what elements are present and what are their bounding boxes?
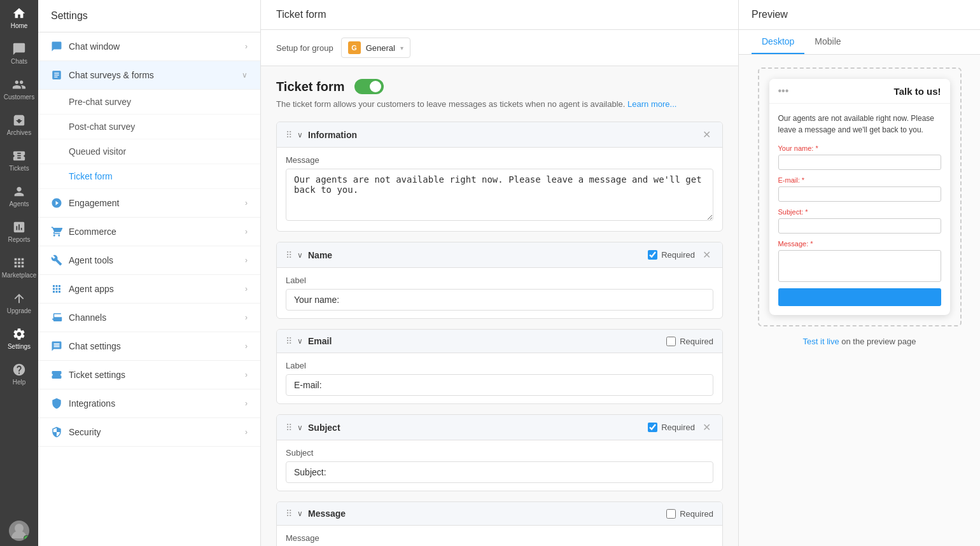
- menu-item-chat-window[interactable]: Chat window ›: [38, 32, 260, 61]
- nav-home[interactable]: Home: [0, 0, 38, 36]
- user-avatar[interactable]: [9, 521, 29, 541]
- nav-agents[interactable]: Agents: [0, 178, 38, 214]
- nav-customers[interactable]: Customers: [0, 71, 38, 107]
- menu-item-chat-settings[interactable]: Chat settings ›: [38, 332, 260, 361]
- nav-help[interactable]: Help: [0, 356, 38, 392]
- section-name-header: ⠿ ∨ Name Required ✕: [277, 242, 722, 268]
- nav-reports[interactable]: Reports: [0, 214, 38, 249]
- menu-label-ecommerce: Ecommerce: [69, 227, 245, 237]
- sub-item-post-chat[interactable]: Post-chat survey: [38, 115, 260, 139]
- widget-label-subject: Subject: *: [778, 208, 941, 216]
- menu-label-integrations: Integrations: [69, 398, 245, 409]
- widget-dots-icon: •••: [778, 85, 789, 97]
- nav-tickets[interactable]: Tickets: [0, 143, 38, 178]
- section-email-header: ⠿ ∨ Email Required: [277, 330, 722, 353]
- menu-item-channels[interactable]: Channels ›: [38, 304, 260, 332]
- tab-mobile[interactable]: Mobile: [804, 30, 851, 54]
- widget-field-subject: Subject: *: [778, 208, 941, 234]
- drag-handle-icon[interactable]: ⠿: [286, 508, 292, 519]
- ticket-form-toggle[interactable]: [354, 79, 384, 94]
- section-subject-header: ⠿ ∨ Subject Required ✕: [277, 415, 722, 440]
- menu-item-engagement[interactable]: Engagement ›: [38, 189, 260, 218]
- widget-title: Talk to us!: [794, 86, 941, 97]
- ticket-description: The ticket form allows your customers to…: [276, 99, 723, 109]
- email-field-input[interactable]: [286, 374, 713, 396]
- widget-field-your-name: Your name: *: [778, 144, 941, 170]
- group-dropdown-arrow: ▾: [400, 45, 403, 52]
- section-information-header: ⠿ ∨ Information ✕: [277, 122, 722, 148]
- learn-more-link[interactable]: Learn more...: [627, 99, 676, 109]
- collapse-icon[interactable]: ∨: [297, 337, 303, 346]
- chat-widget: ••• Talk to us! Our agents are not avail…: [769, 79, 950, 315]
- close-section-button[interactable]: ✕: [700, 421, 713, 433]
- sub-item-pre-chat[interactable]: Pre-chat survey: [38, 90, 260, 115]
- tab-desktop[interactable]: Desktop: [752, 30, 804, 54]
- preview-panel: Preview Desktop Mobile ••• Talk to us! O…: [738, 0, 980, 546]
- main-content: Ticket form Setup for group G General ▾ …: [261, 0, 738, 546]
- subject-field-input[interactable]: [286, 461, 713, 483]
- widget-submit-button[interactable]: [778, 288, 941, 306]
- menu-item-ecommerce[interactable]: Ecommerce ›: [38, 218, 260, 246]
- nav-settings[interactable]: Settings: [0, 321, 38, 356]
- test-live-suffix: on the preview page: [841, 337, 916, 346]
- menu-item-surveys[interactable]: Chat surveys & forms ∨: [38, 61, 260, 90]
- chevron-right-icon: ›: [245, 42, 248, 51]
- drag-handle-icon[interactable]: ⠿: [286, 336, 292, 346]
- widget-input-subject[interactable]: [778, 218, 941, 234]
- collapse-icon[interactable]: ∨: [297, 423, 303, 432]
- nav-settings-label: Settings: [8, 343, 31, 350]
- required-checkbox-name[interactable]: [648, 250, 657, 260]
- nav-marketplace[interactable]: Marketplace: [0, 249, 38, 285]
- nav-archives[interactable]: Archives: [0, 107, 38, 143]
- settings-menu: Chat window › Chat surveys & forms ∨ Pre…: [38, 32, 260, 546]
- required-checkbox-subject[interactable]: [648, 423, 657, 432]
- preview-tabs: Desktop Mobile: [739, 30, 980, 55]
- ticket-form-header: Ticket form: [276, 79, 723, 94]
- form-area: Ticket form The ticket form allows your …: [261, 66, 738, 546]
- description-text: The ticket form allows your customers to…: [276, 99, 625, 109]
- nav-archives-label: Archives: [7, 129, 31, 136]
- group-name: General: [366, 43, 395, 53]
- widget-input-email[interactable]: [778, 186, 941, 202]
- section-name-body: Label: [277, 268, 722, 318]
- drag-handle-icon[interactable]: ⠿: [286, 130, 292, 140]
- nav-chats-label: Chats: [11, 58, 27, 65]
- widget-message-text: Our agents are not available right now. …: [778, 113, 941, 136]
- menu-item-agent-apps[interactable]: Agent apps ›: [38, 275, 260, 304]
- drag-handle-icon[interactable]: ⠿: [286, 423, 292, 433]
- required-checkbox-message[interactable]: [666, 509, 676, 519]
- group-select-dropdown[interactable]: G General ▾: [341, 38, 410, 58]
- settings-title: Settings: [51, 10, 88, 21]
- nav-chats[interactable]: Chats: [0, 36, 38, 71]
- collapse-icon[interactable]: ∨: [297, 130, 303, 139]
- required-checkbox-email[interactable]: [666, 337, 676, 346]
- close-section-button[interactable]: ✕: [700, 249, 713, 261]
- setup-bar: Setup for group G General ▾: [261, 30, 738, 66]
- widget-textarea-message[interactable]: [778, 250, 941, 282]
- required-check-subject: Required: [648, 423, 695, 432]
- main-header: Ticket form: [261, 0, 738, 30]
- collapse-icon[interactable]: ∨: [297, 251, 303, 260]
- chevron-right-icon: ›: [245, 227, 248, 236]
- name-field-input[interactable]: [286, 289, 713, 311]
- menu-item-security[interactable]: Security ›: [38, 418, 260, 447]
- sub-item-queued-visitor[interactable]: Queued visitor: [38, 139, 260, 164]
- nav-upgrade-label: Upgrade: [7, 307, 31, 314]
- drag-handle-icon[interactable]: ⠿: [286, 250, 292, 260]
- test-it-live-link[interactable]: Test it live: [803, 337, 839, 346]
- sub-label-queued-visitor: Queued visitor: [69, 146, 126, 157]
- sub-label-ticket-form: Ticket form: [69, 171, 113, 181]
- required-asterisk: *: [815, 144, 818, 152]
- information-message-textarea[interactable]: Our agents are not available right now. …: [286, 169, 713, 221]
- ticket-form-title: Ticket form: [276, 80, 344, 94]
- widget-input-your-name[interactable]: [778, 155, 941, 170]
- nav-upgrade[interactable]: Upgrade: [0, 285, 38, 321]
- sub-item-ticket-form[interactable]: Ticket form: [38, 164, 260, 189]
- menu-item-integrations[interactable]: Integrations ›: [38, 389, 260, 418]
- required-check-name: Required: [648, 250, 695, 260]
- collapse-icon[interactable]: ∨: [297, 509, 303, 518]
- close-section-button[interactable]: ✕: [700, 129, 713, 141]
- menu-item-ticket-settings[interactable]: Ticket settings ›: [38, 361, 260, 389]
- menu-item-agent-tools[interactable]: Agent tools ›: [38, 246, 260, 275]
- required-label: Required: [680, 337, 713, 346]
